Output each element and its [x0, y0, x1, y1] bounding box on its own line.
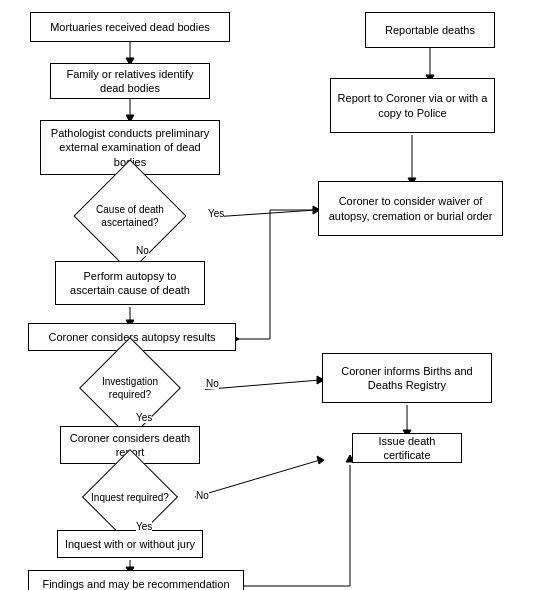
inquest-diamond: Inquest required?: [65, 472, 195, 522]
svg-marker-32: [317, 456, 324, 464]
coroner-waiver-box: Coroner to consider waiver of autopsy, c…: [318, 181, 503, 236]
report-coroner-box: Report to Coroner via or with a copy to …: [330, 78, 495, 133]
coroner-births-box: Coroner informs Births and Deaths Regist…: [322, 353, 492, 403]
reportable-box: Reportable deaths: [365, 12, 495, 48]
yes3-label: Yes: [136, 521, 152, 532]
yes2-label: Yes: [136, 412, 152, 423]
no2-label: No: [206, 378, 219, 389]
inquest-jury-box: Inquest with or without jury: [57, 530, 203, 558]
mortuaries-box: Mortuaries received dead bodies: [30, 12, 230, 42]
no3-label: No: [196, 490, 209, 501]
perform-autopsy-box: Perform autopsy to ascertain cause of de…: [55, 261, 205, 305]
issue-cert-box: Issue death certificate: [352, 433, 462, 463]
investigation-diamond: Investigation required?: [55, 362, 205, 414]
findings-box: Findings and may be recommendation: [28, 570, 244, 590]
flowchart: Mortuaries received dead bodies Family o…: [0, 0, 550, 590]
family-box: Family or relatives identify dead bodies: [50, 63, 210, 99]
no1-label: No: [136, 245, 149, 256]
cause-diamond: Cause of death ascertained?: [52, 188, 208, 244]
yes1-label: Yes: [208, 208, 224, 219]
